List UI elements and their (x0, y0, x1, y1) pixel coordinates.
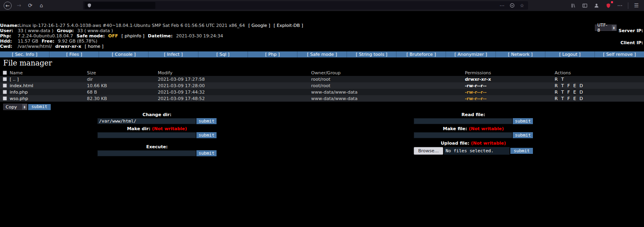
row-checkbox[interactable] (3, 96, 7, 100)
upload-submit-button[interactable]: submit (510, 148, 533, 154)
reload-button[interactable]: ⟳ (25, 1, 35, 10)
file-action-link[interactable]: F (567, 83, 570, 88)
make-dir-input[interactable] (97, 132, 196, 138)
nav-item[interactable]: [ Network ] (496, 51, 545, 57)
forward-button[interactable]: → (14, 1, 24, 10)
file-owner: www-data/www-data (311, 96, 465, 101)
nav-item[interactable]: [ Bruteforce ] (396, 51, 446, 57)
menu-button[interactable]: ☰ (631, 1, 642, 10)
upload-file-warning: (Not writable) (471, 141, 506, 146)
bookmark-star-button[interactable]: ☆ (518, 2, 526, 9)
file-size: 82.30 KB (87, 96, 158, 101)
row-checkbox[interactable] (3, 77, 7, 81)
select-spinner-icon: ▲▼ (22, 104, 27, 110)
bulk-action-select[interactable]: Copy ▲▼ (3, 104, 27, 110)
file-action-link[interactable]: R (555, 83, 558, 88)
table-row: wso.php 82.30 KB 2021-03-09 17:48:52 www… (0, 95, 644, 102)
file-action-link[interactable]: D (580, 96, 583, 101)
file-action-link[interactable]: E (573, 90, 576, 95)
forward-icon: → (17, 2, 21, 8)
change-dir-input[interactable] (97, 118, 196, 124)
nav-item[interactable]: [ Sql ] (198, 51, 248, 57)
file-action-link[interactable]: T (561, 83, 564, 88)
nav-item[interactable]: [ Logout ] (545, 51, 595, 57)
home-link[interactable]: [ home ] (85, 44, 103, 49)
file-action-link[interactable]: R (555, 90, 558, 95)
file-action-link[interactable]: T (561, 90, 564, 95)
select-spinner-icon: ▲▼ (612, 25, 616, 31)
read-file-submit-button[interactable]: submit (513, 118, 533, 124)
file-permissions-link[interactable]: -rw-r--r-- (465, 96, 555, 101)
file-owner: root/root (311, 83, 465, 88)
file-action-link[interactable]: R (555, 77, 558, 82)
page-actions-button[interactable]: ⋯ (497, 2, 506, 9)
nav-item[interactable]: [ Files ] (50, 51, 99, 57)
toolbar-right-group: ⋯ ☰ (568, 1, 642, 10)
file-permissions-link[interactable]: drwxr-xr-x (465, 77, 555, 82)
select-all-checkbox[interactable] (3, 71, 7, 75)
file-action-link[interactable]: D (580, 90, 583, 95)
nav-item[interactable]: [ Infect ] (149, 51, 198, 57)
file-modify: 2021-03-09 17:28:00 (158, 83, 311, 88)
charset-select[interactable]: UTF-8 ▲▼ (595, 25, 617, 31)
phpinfo-link[interactable]: [ phpinfo ] (122, 33, 144, 39)
file-action-link[interactable]: F (567, 90, 570, 95)
account-button[interactable] (591, 1, 602, 10)
make-file-input[interactable] (414, 132, 512, 138)
group-value: 33 ( www-data ) (77, 28, 113, 33)
file-name-link[interactable]: [ .. ] (10, 77, 87, 82)
google-link[interactable]: [ Google ] (248, 23, 270, 28)
nav-item[interactable]: [ String tools ] (347, 51, 396, 57)
file-size: dir (87, 77, 158, 82)
library-button[interactable] (568, 1, 578, 10)
nav-item[interactable]: [ Console ] (99, 51, 149, 57)
file-permissions-link[interactable]: -rw-r--r-- (465, 90, 555, 95)
file-action-link[interactable]: E (573, 96, 576, 101)
change-dir-submit-button[interactable]: submit (196, 118, 217, 124)
make-dir-submit-button[interactable]: submit (196, 132, 217, 138)
browser-toolbar: ← → ⟳ ⌂ ⋯ ☆ (0, 0, 644, 11)
pocket-button[interactable] (508, 2, 516, 9)
nav-item[interactable]: [ Safe mode ] (297, 51, 347, 57)
nav-item[interactable]: [ Self remove ] (595, 51, 644, 57)
read-file-input[interactable] (414, 118, 512, 124)
overflow-button[interactable]: ⋯ (615, 1, 625, 10)
make-file-submit-button[interactable]: submit (513, 132, 533, 138)
browse-button[interactable]: Browse… (414, 147, 443, 155)
nav-item[interactable]: [ Php ] (248, 51, 297, 57)
file-name-link[interactable]: wso.php (10, 96, 87, 101)
file-action-link[interactable]: D (580, 83, 583, 88)
url-bar[interactable]: ⋯ ☆ (83, 1, 528, 10)
hdd-label: Hdd: (0, 39, 18, 44)
home-icon: ⌂ (40, 2, 43, 8)
back-button[interactable]: ← (2, 1, 13, 10)
safe-mode-value: OFF (108, 33, 118, 39)
execute-submit-button[interactable]: submit (196, 150, 217, 156)
file-action-link[interactable]: T (561, 96, 564, 101)
file-action-link[interactable]: E (573, 83, 576, 88)
execute-input[interactable] (97, 150, 196, 156)
ublock-button[interactable] (603, 1, 613, 10)
file-name-link[interactable]: index.html (10, 83, 87, 88)
file-action-link[interactable]: T (561, 77, 564, 82)
file-name-link[interactable]: info.php (10, 90, 87, 95)
sidebar-button[interactable] (580, 1, 590, 10)
file-action-link[interactable]: R (555, 96, 558, 101)
cwd-perms: drwxr-xr-x (55, 44, 81, 49)
bulk-action-submit-button[interactable]: submit (28, 104, 51, 110)
file-permissions-link[interactable]: -rw-r--r-- (465, 83, 555, 88)
ublock-badge (611, 1, 613, 3)
make-file-warning: (Not writable) (469, 126, 504, 131)
cwd-path-link[interactable]: /var/www/html/ (18, 44, 52, 49)
row-checkbox[interactable] (3, 84, 7, 88)
php-line: Php: 7.2.24-0ubuntu0.18.04.7 Safe mode: … (0, 33, 644, 39)
exploitdb-link[interactable]: [ Exploit-DB ] (274, 23, 303, 28)
file-modify: 2021-03-09 17:44:32 (158, 90, 311, 95)
row-checkbox[interactable] (3, 90, 7, 94)
table-row: [ .. ] dir 2021-03-09 17:27:58 root/root… (0, 76, 644, 82)
nav-item[interactable]: [ Anonymizer ] (446, 51, 495, 57)
home-button[interactable]: ⌂ (36, 1, 47, 10)
nav-item[interactable]: [ Sec. Info ] (0, 51, 50, 57)
nav-bar: [ Sec. Info ] [ Files ] [ Console ] [ In… (0, 51, 644, 57)
file-action-link[interactable]: F (567, 96, 570, 101)
